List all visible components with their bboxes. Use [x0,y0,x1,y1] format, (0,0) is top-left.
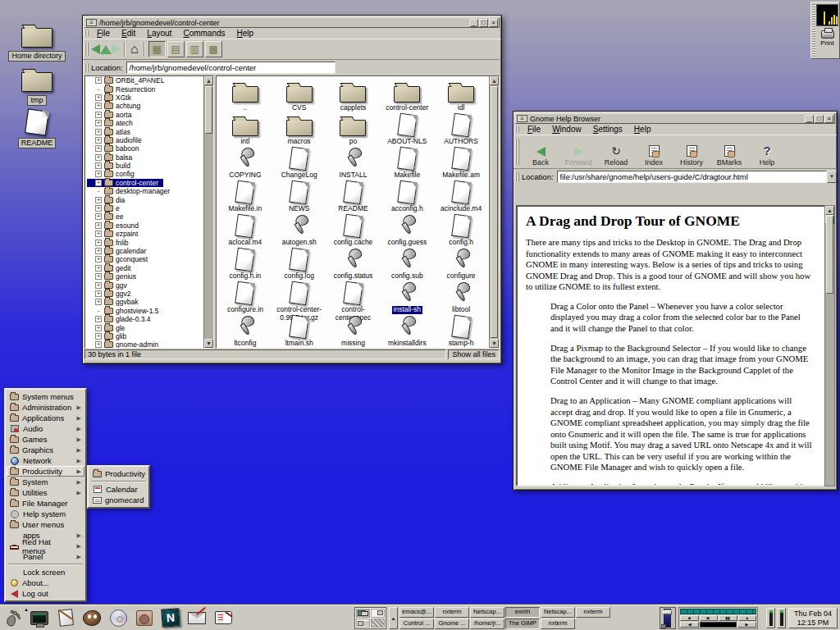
file-CVS[interactable]: CVS [272,79,326,112]
scroll-up-icon[interactable]: ▲ [490,76,499,85]
file-capplets[interactable]: capplets [326,79,381,112]
expander-plus-icon[interactable]: + [95,341,102,348]
expander-plus-icon[interactable]: + [95,248,102,254]
status-led-applet[interactable] [766,608,775,628]
file-acinclude.m4[interactable]: acinclude.m4 [434,180,488,213]
menu-item-administration[interactable]: Administration ▶ [7,402,84,413]
expander-plus-icon[interactable]: + [95,213,102,220]
file-NEWS[interactable]: NEWS [272,180,326,213]
back-icon[interactable] [91,44,100,54]
file-install-sh[interactable]: install-sh [380,281,434,314]
home-icon[interactable]: ⌂ [130,43,139,56]
pager-desk-2[interactable] [371,609,385,618]
file-ChangeLog[interactable]: ChangeLog [272,146,326,180]
cd-player-launcher[interactable] [107,607,129,628]
file-po[interactable]: po [326,112,381,146]
desktop-icon-tmp[interactable]: tmp [6,67,68,106]
expander-plus-icon[interactable]: + [95,154,102,161]
tree-item-control-center[interactable]: + control-center [87,179,163,187]
menu-item-games[interactable]: Games ▶ [7,434,84,445]
menu-item-graphics[interactable]: Graphics ▶ [7,445,84,455]
expander-plus-icon[interactable]: + [95,273,102,280]
task-button[interactable]: Gnome ... [435,619,469,629]
task-button[interactable]: nxterm [576,607,610,618]
file-configure.in[interactable]: configure.in [218,281,272,314]
history-button[interactable]: History [673,137,710,167]
scroll-up-icon[interactable]: ▲ [204,76,213,85]
detailed-view-icon[interactable]: ▥ [186,41,203,57]
toolbar-grip[interactable] [515,139,520,165]
expander-plus-icon[interactable]: + [95,162,102,169]
expander-plus-icon[interactable]: + [95,325,102,331]
forward-icon[interactable] [112,44,121,54]
file-config.h.in[interactable]: config.h.in [218,247,272,281]
menu-item-calendar[interactable]: Calendar [89,484,148,495]
file-ltmain.sh[interactable]: ltmain.sh [272,314,326,348]
task-button[interactable]: Netscap... [541,607,575,618]
expander-plus-icon[interactable]: + [95,145,102,152]
help-scrollbar[interactable]: ▲ ▼ [824,205,835,486]
menu-edit[interactable]: Edit [116,28,141,39]
file-config.status[interactable]: config.status [326,247,381,281]
expander-plus-icon[interactable]: + [95,137,102,144]
expander-plus-icon[interactable]: + [95,180,102,186]
scroll-down-icon[interactable]: ▼ [204,339,213,348]
file-acconfig.h[interactable]: acconfig.h [380,180,434,213]
file-libtool[interactable]: libtool [434,281,488,314]
scroll-down-icon[interactable]: ▼ [490,339,499,348]
pager-desk-4[interactable] [371,619,385,628]
menu-item-user-menus[interactable]: User menus [7,519,84,530]
scrollbar-thumb[interactable] [826,216,833,294]
menu-item-productivity[interactable]: Productivity [89,468,148,479]
expander-plus-icon[interactable]: + [95,112,102,118]
expander-plus-icon[interactable]: + [95,103,102,109]
tree-scrollbar[interactable]: ▲ ▼ [203,76,213,348]
menu-item-network[interactable]: Network ▶ [7,455,84,466]
file-macros[interactable]: macros [272,112,326,146]
file-Makefile[interactable]: Makefile [380,146,434,180]
tree-item-gnome-admin[interactable]: + gnome-admin [87,340,203,348]
expander-plus-icon[interactable]: + [95,299,102,305]
maximize-icon[interactable]: □ [479,19,488,27]
file-stamp-h[interactable]: stamp-h [434,314,488,348]
pager-desk-3[interactable] [356,619,370,628]
scrollbar-thumb[interactable] [205,86,212,134]
menu-item-gnomecard[interactable]: gnomecard [89,495,148,505]
file-control-center.spec[interactable]: control-center.spec [326,281,381,314]
expander-plus-icon[interactable]: + [95,171,102,177]
expander-plus-icon[interactable]: + [95,282,102,289]
menu-item-red-hat-menus[interactable]: Red Hat menus ▶ [7,541,84,551]
file-idl[interactable]: idl [434,79,488,112]
file-mkinstalldirs[interactable]: mkinstalldirs [380,314,434,348]
menubar-grip[interactable] [515,126,520,132]
address-book-launcher[interactable] [212,607,234,628]
task-button[interactable]: nxterm [541,619,575,629]
file-config.cache[interactable]: config.cache [326,213,381,247]
menu-commands[interactable]: Commands [177,28,231,39]
cd-prev-icon[interactable]: ◀ [680,622,699,628]
expander-plus-icon[interactable]: + [95,240,102,246]
desktop-icon-readme[interactable]: README [6,110,68,148]
location-dropdown-icon[interactable]: ▼ [827,171,837,183]
expander-plus-icon[interactable]: + [95,256,102,262]
file-Makefile.am[interactable]: Makefile.am [434,146,488,180]
cd-eject-icon[interactable]: ▲ [738,615,757,621]
file-AUTHORS[interactable]: AUTHORS [434,112,488,146]
toolbar-grip[interactable] [84,43,89,56]
help-button[interactable]: ?Help [748,137,786,167]
file-aclocal.m4[interactable]: aclocal.m4 [218,213,272,247]
scroll-up-icon[interactable]: ▲ [825,206,834,215]
location-input[interactable]: /home/jrb/gnomedevel/control-center [126,62,336,74]
file-configure[interactable]: configure [434,247,488,281]
menu-help[interactable]: Help [231,28,260,39]
file-control-center-0.99.5.tar.gz[interactable]: control-center-0.99.5.tar.gz [272,281,326,314]
menu-file[interactable]: File [522,124,546,135]
mail-launcher[interactable] [186,607,208,628]
forward-button[interactable]: Forward [559,137,597,167]
task-button[interactable]: Netscap... [470,607,504,618]
expander-plus-icon[interactable]: + [95,94,102,101]
maximize-icon[interactable]: □ [815,115,824,123]
task-button[interactable]: The GIMP [505,619,540,629]
bmarks-button[interactable]: BMarks [710,137,748,167]
scrollbar-thumb[interactable] [491,86,498,338]
